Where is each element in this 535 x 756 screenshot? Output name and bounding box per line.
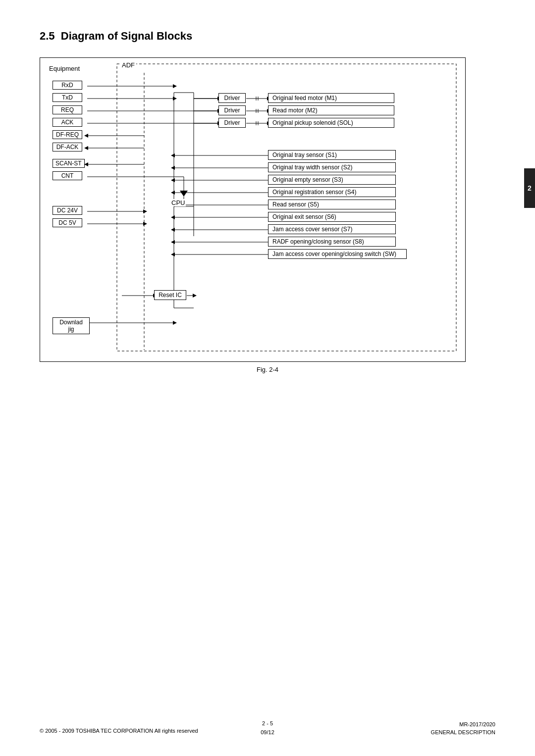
signal-df-req: DF-REQ	[53, 130, 82, 139]
cpu-label: CPU	[170, 199, 186, 206]
svg-marker-25	[143, 222, 147, 226]
footer-section-name: GENERAL DESCRIPTION	[431, 729, 495, 735]
diagram-svg	[40, 58, 466, 362]
svg-marker-74	[193, 294, 197, 298]
svg-marker-76	[173, 321, 177, 325]
svg-marker-21	[180, 191, 188, 197]
diagram-container: Equipment ADF RxD TxD REQ ACK DF-REQ DF-…	[40, 57, 466, 362]
svg-marker-54	[171, 153, 175, 157]
sensor-sw: Jam access cover opening/closing switch …	[268, 249, 407, 259]
signal-dc5v: DC 5V	[53, 218, 82, 227]
svg-marker-56	[171, 166, 175, 170]
sensor-s1: Original tray sensor (S1)	[268, 150, 396, 160]
output-solenoid: Original pickup solenoid (SOL)	[268, 118, 394, 128]
driver-2: Driver	[218, 105, 246, 115]
signal-req: REQ	[53, 105, 82, 114]
svg-marker-60	[171, 191, 175, 195]
footer-copyright: © 2005 - 2009 TOSHIBA TEC CORPORATION Al…	[40, 728, 198, 734]
section-title: 2.5 Diagram of Signal Blocks	[40, 30, 495, 43]
footer-page: 2 - 5	[262, 720, 273, 726]
svg-marker-14	[84, 134, 88, 138]
driver-3: Driver	[218, 118, 246, 128]
footer-date: 09/12	[261, 729, 274, 735]
signal-df-ack: DF-ACK	[53, 143, 82, 151]
section-tab: 2	[524, 168, 535, 208]
equipment-label: Equipment	[48, 65, 81, 72]
signal-ack: ACK	[53, 118, 82, 127]
sensor-s4: Original registration sensor (S4)	[268, 187, 396, 197]
svg-marker-4	[173, 84, 177, 88]
reset-ic-box: Reset IC	[154, 290, 186, 300]
fig-caption: Fig. 2-4	[40, 366, 495, 373]
svg-marker-68	[171, 240, 175, 244]
svg-marker-64	[171, 215, 175, 219]
sensor-s3: Original empty sensor (S3)	[268, 175, 396, 185]
signal-cnt: CNT	[53, 171, 82, 180]
downlad-jig-box: Downlad jig	[53, 317, 90, 334]
svg-marker-6	[173, 97, 177, 101]
svg-marker-58	[171, 178, 175, 182]
svg-marker-23	[143, 209, 147, 213]
svg-marker-66	[171, 228, 175, 232]
output-read-motor: Read motor (M2)	[268, 105, 394, 115]
svg-marker-18	[84, 162, 88, 166]
output-feed-motor: Original feed motor (M1)	[268, 93, 394, 103]
signal-scan-st: SCAN-ST	[53, 159, 85, 168]
sensor-s8: RADF opening/closing sensor (S8)	[268, 237, 396, 247]
signal-dc24v: DC 24V	[53, 206, 82, 215]
adf-label: ADF	[120, 61, 136, 69]
sensor-s5: Read sensor (S5)	[268, 200, 396, 209]
signal-rxd: RxD	[53, 81, 82, 90]
svg-marker-16	[84, 146, 88, 150]
footer-product: MR-2017/2020	[459, 721, 495, 727]
sensor-s6: Original exit sensor (S6)	[268, 212, 396, 222]
signal-txd: TxD	[53, 93, 82, 102]
svg-marker-70	[171, 252, 175, 256]
sensor-s2: Original tray width sensor (S2)	[268, 162, 396, 172]
driver-1: Driver	[218, 93, 246, 103]
sensor-s7: Jam access cover sensor (S7)	[268, 224, 396, 234]
